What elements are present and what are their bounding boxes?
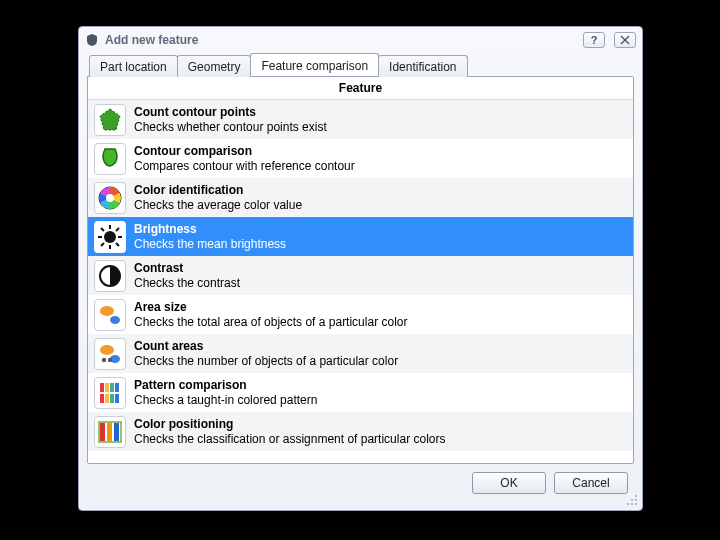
help-button[interactable]: ? bbox=[583, 32, 605, 48]
svg-line-8 bbox=[101, 228, 104, 231]
list-item-title: Color identification bbox=[134, 183, 302, 197]
list-item-desc: Checks the mean brightness bbox=[134, 237, 286, 251]
tab-identification[interactable]: Identification bbox=[378, 55, 467, 77]
list-item-desc: Compares contour with reference contour bbox=[134, 159, 355, 173]
list-item-desc: Checks the number of objects of a partic… bbox=[134, 354, 398, 368]
titlebar: Add new feature ? bbox=[79, 27, 642, 53]
list-item-title: Area size bbox=[134, 300, 407, 314]
svg-line-10 bbox=[116, 228, 119, 231]
contour-comparison-icon bbox=[94, 143, 126, 175]
svg-rect-24 bbox=[100, 423, 105, 441]
svg-point-30 bbox=[631, 499, 633, 501]
tab-feature-comparison[interactable]: Feature comparison bbox=[250, 53, 379, 76]
column-header-feature: Feature bbox=[88, 77, 633, 100]
ok-button[interactable]: OK bbox=[472, 472, 546, 494]
list-item[interactable]: Color identification Checks the average … bbox=[88, 178, 633, 217]
close-button[interactable] bbox=[614, 32, 636, 48]
list-item-title: Contour comparison bbox=[134, 144, 355, 158]
svg-point-29 bbox=[635, 499, 637, 501]
list-item[interactable]: Brightness Checks the mean brightness bbox=[88, 217, 633, 256]
list-item[interactable]: Color positioning Checks the classificat… bbox=[88, 412, 633, 451]
cancel-button[interactable]: Cancel bbox=[554, 472, 628, 494]
count-contour-points-icon bbox=[94, 104, 126, 136]
list-item-desc: Checks the contrast bbox=[134, 276, 240, 290]
dialog-title: Add new feature bbox=[105, 33, 574, 47]
list-item-desc: Checks a taught-in colored pattern bbox=[134, 393, 317, 407]
tab-geometry[interactable]: Geometry bbox=[177, 55, 252, 77]
svg-line-11 bbox=[101, 243, 104, 246]
list-item[interactable]: Count areas Checks the number of objects… bbox=[88, 334, 633, 373]
list-item-desc: Checks whether contour points exist bbox=[134, 120, 327, 134]
tabstrip: Part location Geometry Feature compariso… bbox=[87, 53, 634, 76]
list-item-title: Count contour points bbox=[134, 105, 327, 119]
tab-part-location[interactable]: Part location bbox=[89, 55, 178, 77]
color-positioning-icon bbox=[94, 416, 126, 448]
svg-line-9 bbox=[116, 243, 119, 246]
svg-point-33 bbox=[627, 503, 629, 505]
list-item-title: Brightness bbox=[134, 222, 286, 236]
add-feature-dialog: Add new feature ? Part location Geometry… bbox=[78, 26, 643, 511]
app-icon bbox=[85, 33, 99, 47]
pattern-comparison-icon bbox=[94, 377, 126, 409]
svg-point-18 bbox=[108, 357, 112, 361]
svg-marker-0 bbox=[100, 109, 120, 130]
svg-rect-26 bbox=[114, 423, 119, 441]
area-size-icon bbox=[94, 299, 126, 331]
list-item-title: Contrast bbox=[134, 261, 240, 275]
list-item[interactable]: Contrast Checks the contrast bbox=[88, 256, 633, 295]
list-item[interactable]: Count contour points Checks whether cont… bbox=[88, 100, 633, 139]
feature-list: Count contour points Checks whether cont… bbox=[88, 100, 633, 463]
resize-grip[interactable] bbox=[626, 494, 638, 506]
contrast-icon bbox=[94, 260, 126, 292]
svg-point-28 bbox=[635, 495, 637, 497]
list-item-title: Count areas bbox=[134, 339, 398, 353]
list-item-desc: Checks the classification or assignment … bbox=[134, 432, 445, 446]
dialog-footer: OK Cancel bbox=[87, 464, 634, 502]
svg-point-14 bbox=[110, 316, 120, 324]
svg-point-17 bbox=[102, 357, 106, 361]
tab-panel: Feature Count contour points Checks whet… bbox=[87, 76, 634, 464]
list-item-desc: Checks the total area of objects of a pa… bbox=[134, 315, 407, 329]
count-areas-icon bbox=[94, 338, 126, 370]
svg-point-15 bbox=[100, 345, 114, 355]
list-item-title: Pattern comparison bbox=[134, 378, 317, 392]
client-area: Part location Geometry Feature compariso… bbox=[87, 53, 634, 502]
list-item[interactable]: Area size Checks the total area of objec… bbox=[88, 295, 633, 334]
list-item[interactable]: Contour comparison Compares contour with… bbox=[88, 139, 633, 178]
color-identification-icon bbox=[94, 182, 126, 214]
svg-rect-25 bbox=[107, 423, 112, 441]
list-item-title: Color positioning bbox=[134, 417, 445, 431]
svg-point-2 bbox=[106, 194, 114, 202]
svg-point-13 bbox=[100, 306, 114, 316]
list-item[interactable]: Pattern comparison Checks a taught-in co… bbox=[88, 373, 633, 412]
svg-point-3 bbox=[104, 231, 116, 243]
svg-point-32 bbox=[631, 503, 633, 505]
svg-point-31 bbox=[635, 503, 637, 505]
list-item-desc: Checks the average color value bbox=[134, 198, 302, 212]
brightness-icon bbox=[94, 221, 126, 253]
